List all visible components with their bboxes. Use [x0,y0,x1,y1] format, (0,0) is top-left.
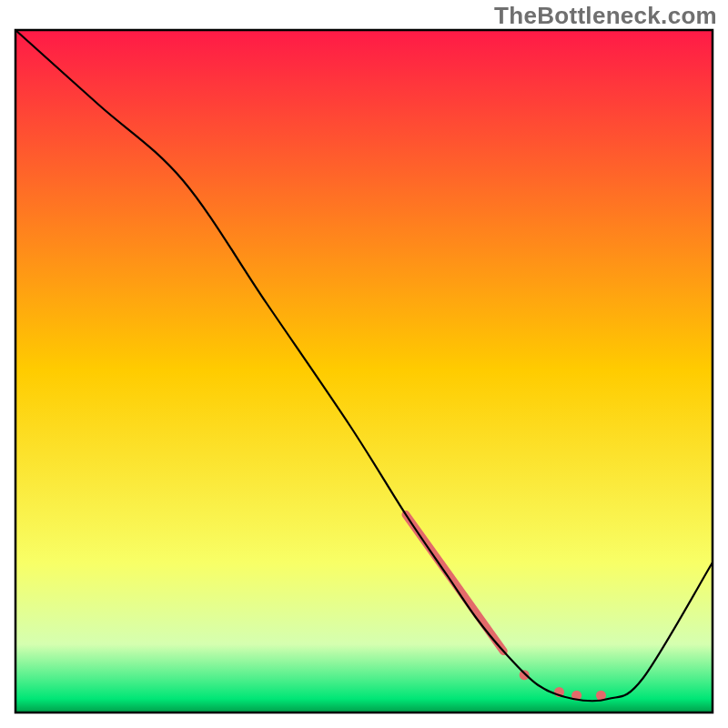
bottleneck-chart [0,0,728,728]
svg-point-1 [520,670,530,680]
plot-background [15,30,713,713]
watermark-text: TheBottleneck.com [494,2,717,30]
chart-stage: TheBottleneck.com [0,0,728,728]
